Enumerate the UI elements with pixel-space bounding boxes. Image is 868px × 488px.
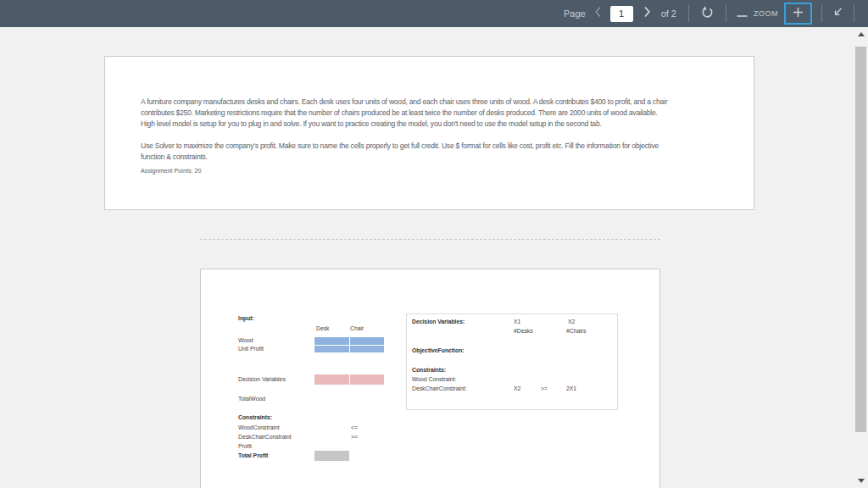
wood-constraint-operator: <= [351,424,358,430]
row-label-wood-constraint: WoodConstraint [238,424,280,430]
decision-variable-cell[interactable] [350,374,385,385]
desk-chair-constraint-operator: >= [351,434,358,440]
viewer-toolbar: Page of 2 ZOOM [0,0,868,27]
toolbar-divider [821,5,822,22]
row-label-desk-chair-constraint: DeskChairConstraint [238,434,292,440]
box-objective-function-label: ObjectiveFunction: [412,347,465,353]
desk-chair-constraint-rhs: 2X1 [566,385,576,391]
chevron-right-icon [643,6,651,21]
desk-chair-constraint-lhs: X2 [514,385,520,391]
page-label: Page [564,8,586,19]
input-cells-blue [314,337,384,352]
column-header-chair: Chair [350,325,364,331]
rotate-icon [700,5,715,23]
box-constraints-label: Constraints: [412,367,446,373]
row-label-profit: Profit [238,443,252,449]
desk-chair-constraint-op: >= [541,385,548,391]
rotate-button[interactable] [700,5,715,23]
toolbar-divider [726,5,726,22]
zoom-in-plus-icon [792,6,804,22]
box-desk-chair-constraint-label: DeskChairConstraint: [412,385,467,391]
arrow-down-icon [858,479,865,483]
constraints-section-label: Constraints: [238,414,272,420]
exit-fullscreen-icon [832,6,844,22]
paragraph-line: function & constraints. [141,152,208,163]
paragraph-line: contributes $250. Marketing restrictions… [141,108,658,119]
assignment-points-label: Assignment Points: 20 [141,167,202,175]
box-wood-constraint-label: Wood Constraint: [412,376,456,382]
row-label-unit-profit: Unit Profit [238,346,264,352]
row-label-total-wood: TotalWood [238,396,265,402]
zoom-label: ZOOM [754,9,778,18]
paragraph-line: A furniture company manufactures desks a… [141,97,667,108]
exit-fullscreen-button[interactable] [832,6,844,22]
row-label-wood: Wood [238,337,253,343]
zoom-in-button[interactable] [784,3,812,25]
zoom-out-button[interactable] [737,6,748,21]
vertical-scrollbar [854,27,868,488]
page-break-divider [200,239,660,240]
arrow-up-icon [858,32,865,36]
variable-x2: X2 [568,319,575,324]
toolbar-divider [854,5,854,22]
page-count-label: of 2 [661,8,676,19]
chevron-left-icon [594,6,602,21]
zoom-out-minus-icon [737,6,748,21]
decision-variable-cell[interactable] [314,374,349,385]
paragraph-line: High level model is setup for you to plu… [141,119,602,130]
toolbar-divider [688,5,689,22]
row-label-decision-variables: Decision Variables [238,376,286,382]
next-page-button[interactable] [643,6,651,21]
input-cell[interactable] [314,346,349,353]
row-label-total-profit: Total Profit [238,452,268,458]
page-number-input[interactable] [610,6,633,22]
input-cell[interactable] [314,337,349,345]
paragraph-line: Use Solver to maximize the company's pro… [141,141,659,152]
variable-x1-desc: #Desks [514,328,533,334]
input-section-label: Input: [238,315,254,321]
box-decision-variables-label: Decision Variables: [412,319,465,324]
input-cell[interactable] [350,346,385,353]
scrollbar-down-button[interactable] [854,474,868,488]
decision-variable-cells-pink [314,374,384,385]
variable-x2-desc: #Chairs [566,328,586,334]
column-header-desk: Desk [316,325,330,331]
scrollbar-up-button[interactable] [854,27,868,42]
document-page-2: Input: Desk Chair Wood Unit Profit Decis… [200,269,660,488]
scrollbar-thumb[interactable] [855,47,866,432]
total-profit-cell[interactable] [314,451,349,461]
input-cell[interactable] [350,337,385,345]
variable-x1: X1 [514,319,520,324]
model-definition-box: Decision Variables: X1 X2 #Desks #Chairs… [406,313,618,410]
previous-page-button[interactable] [594,6,602,21]
document-page-1: A furniture company manufactures desks a… [104,56,754,210]
